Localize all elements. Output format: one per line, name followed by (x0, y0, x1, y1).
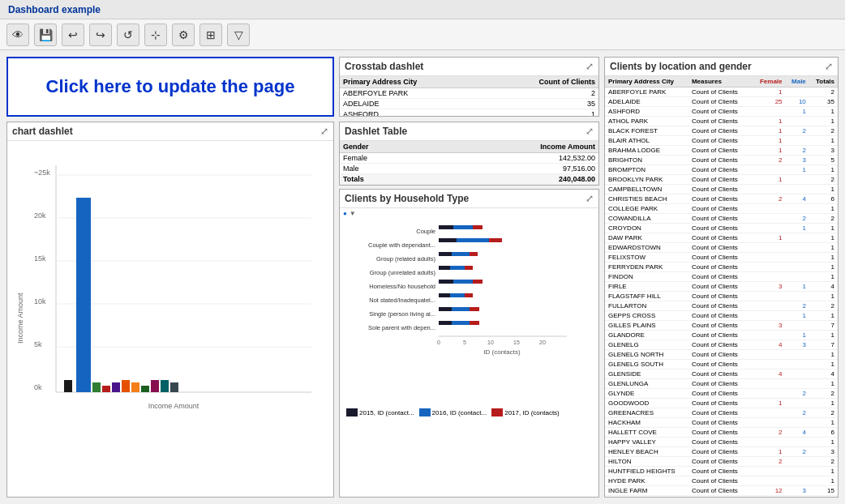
table-row: GOODWOODCount of Clients11 (605, 399, 838, 408)
svg-rect-44 (439, 238, 457, 242)
svg-rect-49 (470, 252, 478, 256)
table-row: FELIXSTOWCount of Clients1 (605, 253, 838, 263)
crosstab-table: Primary Address City Count of Clients AB… (340, 76, 598, 117)
svg-rect-56 (439, 293, 450, 297)
household-status-icon: ● (343, 210, 347, 217)
main-content: Click here to update the page chart dash… (0, 50, 845, 504)
legend-2016: 2016, ID (contact... (419, 408, 487, 416)
svg-text:Group (unrelated adults): Group (unrelated adults) (370, 269, 436, 276)
table-row: GLYNDECount of Clients22 (605, 389, 838, 399)
svg-rect-22 (161, 380, 169, 392)
table-row: ADELAIDECount of Clients251035 (605, 97, 838, 107)
svg-text:0k: 0k (34, 383, 42, 391)
svg-rect-17 (112, 382, 120, 392)
svg-rect-23 (170, 382, 178, 392)
svg-rect-47 (439, 252, 452, 256)
table-row: HENLEY BEACHCount of Clients123 (605, 447, 838, 457)
table-row: FERRYDEN PARKCount of Clients1 (605, 263, 838, 272)
table-row: BROOKLYN PARKCount of Clients12 (605, 175, 838, 185)
table-row: GLENSIDECount of Clients44 (605, 369, 838, 379)
table-row: ADELAIDE35 (340, 99, 598, 109)
table-row: GLENELG NORTHCount of Clients1 (605, 350, 838, 360)
table-row: ABERFOYLE PARK2 (340, 88, 598, 99)
clients-location-scroll[interactable]: Primary Address City Measures Female Mal… (605, 76, 838, 497)
svg-text:Couple with dependant...: Couple with dependant... (368, 241, 435, 249)
svg-rect-50 (439, 266, 450, 270)
svg-text:20: 20 (539, 340, 546, 345)
svg-rect-21 (151, 380, 159, 392)
svg-text:5: 5 (463, 340, 466, 345)
crosstab-expand-icon[interactable]: ⤢ (585, 61, 594, 72)
table-row: GLENELGCount of Clients437 (605, 340, 838, 350)
svg-text:~25k: ~25k (34, 169, 50, 177)
table-row: BROMPTONCount of Clients11 (605, 165, 838, 175)
cl-col-measures: Measures (688, 76, 753, 88)
cl-col-city: Primary Address City (605, 76, 688, 88)
svg-rect-45 (457, 238, 489, 242)
filter-button[interactable]: ▽ (227, 23, 250, 46)
settings-button[interactable]: ⚙ (172, 23, 195, 46)
dashlet-table-expand-icon[interactable]: ⤢ (585, 126, 594, 137)
table-row: HACKHAMCount of Clients1 (605, 418, 838, 428)
svg-text:15: 15 (513, 340, 520, 345)
chart-dashlet-title: chart dashlet (12, 126, 73, 137)
cl-col-male: Male (786, 76, 809, 88)
undo-button[interactable]: ↩ (62, 23, 84, 46)
svg-rect-46 (489, 238, 502, 242)
table-row: BRAHMA LODGECount of Clients123 (605, 146, 838, 156)
svg-rect-19 (131, 382, 139, 392)
table-row: DAW PARKCount of Clients11 (605, 233, 838, 243)
cl-col-female: Female (753, 76, 785, 88)
share-button[interactable]: ⊹ (144, 23, 167, 46)
svg-text:5k: 5k (34, 340, 42, 348)
svg-rect-42 (453, 225, 473, 229)
svg-rect-48 (452, 252, 470, 256)
table-row: HAPPY VALLEYCount of Clients1 (605, 438, 838, 447)
table-row: GILLES PLAINSCount of Clients37 (605, 321, 838, 331)
table-row: BRIGHTONCount of Clients235 (605, 156, 838, 165)
svg-rect-53 (439, 280, 453, 284)
dashlet-table-title: Dashlet Table (345, 126, 407, 137)
table-row: ABERFOYLE PARKCount of Clients12 (605, 88, 838, 97)
clients-location-table: Primary Address City Measures Female Mal… (605, 76, 838, 497)
save-button[interactable]: 💾 (34, 23, 57, 46)
refresh-button[interactable]: ↺ (117, 23, 139, 46)
clients-location-expand-icon[interactable]: ⤢ (825, 61, 833, 72)
grid-button[interactable]: ⊞ (199, 23, 222, 46)
dashlet-table: Gender Income Amount Female142,532.00Mal… (340, 141, 598, 185)
svg-text:Couple: Couple (416, 228, 435, 235)
svg-text:Sole parent with depen...: Sole parent with depen... (368, 324, 435, 331)
svg-text:10k: 10k (34, 297, 46, 305)
table-row: CAMPBELLTOWNCount of Clients1 (605, 185, 838, 194)
table-row: Female142,532.00 (340, 153, 598, 164)
household-legend: 2015, ID (contact... 2016, ID (contact..… (340, 407, 598, 418)
table-row: GLANDORECount of Clients11 (605, 331, 838, 340)
svg-rect-57 (450, 293, 465, 297)
svg-rect-43 (473, 225, 483, 229)
title-bar: Dashboard example (0, 0, 845, 19)
table-row: HUNTFIELD HEIGHTSCount of Clients1 (605, 467, 838, 476)
svg-text:Single (person living al...: Single (person living al... (369, 310, 435, 318)
svg-rect-59 (439, 307, 452, 311)
eye-button[interactable]: 👁 (6, 23, 29, 46)
table-row: EDWARDSTOWNCount of Clients1 (605, 243, 838, 253)
legend-2015: 2015, ID (contact... (346, 408, 414, 416)
table-row: GEPPS CROSSCount of Clients11 (605, 311, 838, 321)
table-row: CROYDONCount of Clients11 (605, 224, 838, 233)
household-title: Clients by Household Type (345, 193, 469, 204)
col-header-count: Count of Clients (485, 76, 598, 88)
table-row: BLACK FORESTCount of Clients122 (605, 126, 838, 136)
toolbar: 👁 💾 ↩ ↪ ↺ ⊹ ⚙ ⊞ ▽ (0, 19, 845, 50)
redo-button[interactable]: ↪ (89, 23, 112, 46)
svg-text:0: 0 (437, 340, 440, 345)
table-row: HILTONCount of Clients22 (605, 457, 838, 467)
household-expand-icon[interactable]: ⤢ (585, 193, 594, 204)
svg-rect-18 (122, 380, 130, 392)
table-row: COLLEGE PARKCount of Clients1 (605, 204, 838, 214)
chart-expand-icon[interactable]: ⤢ (320, 126, 328, 137)
svg-rect-58 (465, 293, 473, 297)
click-update-panel[interactable]: Click here to update the page (6, 57, 334, 117)
svg-text:Homeless/No household: Homeless/No household (369, 283, 435, 290)
table-row: ATHOL PARKCount of Clients11 (605, 117, 838, 126)
household-chart-panel: Clients by Household Type ⤢ ● ▼ Couple C… (339, 189, 599, 498)
